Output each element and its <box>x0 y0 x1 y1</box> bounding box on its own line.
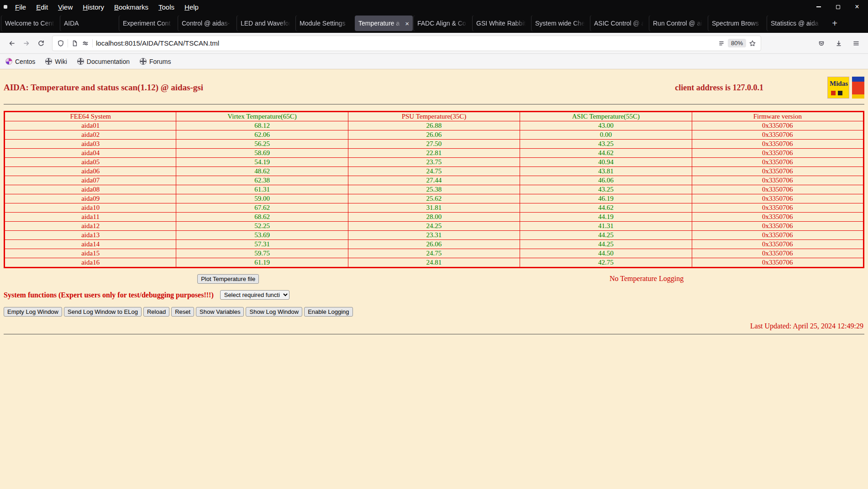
bookmark-label: Documentation <box>87 58 130 65</box>
firmware-cell: 0x3350706 <box>692 176 863 185</box>
tab-label: System wide Che <box>535 20 586 27</box>
column-header: PSU Temperature(35C) <box>348 112 520 121</box>
virtex-temp-cell: 52.25 <box>176 222 348 231</box>
psu-temp-cell: 24.81 <box>348 258 520 268</box>
menu-bar: FileEditViewHistoryBookmarksToolsHelp × <box>0 0 868 14</box>
browser-tab[interactable]: Temperature a × <box>355 16 413 31</box>
fee64-name-cell: aida01 <box>5 121 176 130</box>
table-row: aida13 53.69 23.31 44.25 0x3350706 <box>5 231 864 240</box>
plot-temperature-button[interactable]: Plot Temperature file <box>197 274 259 284</box>
asic-temp-cell: 0.00 <box>520 130 692 140</box>
psu-temp-cell: 22.81 <box>348 149 520 158</box>
firmware-cell: 0x3350706 <box>692 121 863 130</box>
downloads-button[interactable] <box>831 36 846 51</box>
table-row: aida05 54.19 23.75 40.94 0x3350706 <box>5 158 864 167</box>
psu-temp-cell: 24.75 <box>348 167 520 176</box>
psu-temp-cell: 27.50 <box>348 140 520 149</box>
browser-tab[interactable]: Run Control @ ai × <box>649 16 707 31</box>
secondary-logo-strip <box>852 94 864 99</box>
bookmark-item[interactable]: Centos <box>5 58 35 65</box>
bookmark-label: Forums <box>149 58 171 65</box>
minimize-button[interactable] <box>815 3 822 10</box>
bookmark-item[interactable]: Documentation <box>77 58 130 65</box>
pocket-button[interactable] <box>814 36 829 51</box>
bookmark-favicon <box>45 58 52 65</box>
firmware-cell: 0x3350706 <box>692 213 863 222</box>
action-button[interactable]: Empty Log Window <box>4 307 62 317</box>
asic-temp-cell: 44.25 <box>520 240 692 249</box>
browser-tab[interactable]: LED and Wavefor × <box>237 16 295 31</box>
permissions-sliders-icon[interactable] <box>82 40 89 47</box>
forward-button[interactable] <box>19 36 34 51</box>
close-icon: × <box>855 3 859 11</box>
page-info-icon[interactable] <box>71 40 79 47</box>
maximize-button[interactable] <box>834 3 842 10</box>
browser-tab[interactable]: Control @ aidas- × <box>178 16 236 31</box>
browser-tab[interactable]: Experiment Cont × <box>119 16 177 31</box>
reload-button[interactable] <box>34 36 48 51</box>
forward-icon <box>23 40 30 47</box>
bookmark-star-icon[interactable] <box>749 40 756 47</box>
browser-tab[interactable]: Spectrum Brows × <box>708 16 766 31</box>
table-row: aida07 62.38 27.44 46.06 0x3350706 <box>5 176 864 185</box>
browser-tab[interactable]: FADC Align & Co × <box>414 16 472 31</box>
reader-mode-icon[interactable] <box>718 40 725 47</box>
browser-tab[interactable]: AIDA × <box>60 16 118 31</box>
system-function-select[interactable]: Select required function <box>220 290 289 300</box>
new-tab-button[interactable]: + <box>827 16 842 31</box>
action-button[interactable]: Reset <box>171 307 194 317</box>
menu-item[interactable]: View <box>53 1 78 13</box>
menu-item[interactable]: History <box>78 1 109 13</box>
fee64-name-cell: aida14 <box>5 240 176 249</box>
psu-temp-cell: 23.31 <box>348 231 520 240</box>
action-button[interactable]: Show Variables <box>196 307 244 317</box>
browser-tab[interactable]: System wide Che × <box>531 16 589 31</box>
tracking-protection-shield-icon[interactable] <box>57 40 64 47</box>
table-body: aida01 68.12 26.88 43.00 0x3350706 aida0… <box>5 121 864 268</box>
browser-tab[interactable]: Welcome to Cent × <box>1 16 59 31</box>
psu-temp-cell: 26.06 <box>348 130 520 140</box>
bookmark-item[interactable]: Wiki <box>45 58 67 65</box>
firmware-cell: 0x3350706 <box>692 140 863 149</box>
firmware-cell: 0x3350706 <box>692 194 863 203</box>
firmware-cell: 0x3350706 <box>692 158 863 167</box>
browser-tab[interactable]: ASIC Control @ a × <box>590 16 648 31</box>
firmware-cell: 0x3350706 <box>692 231 863 240</box>
zoom-level-badge[interactable]: 80% <box>728 39 746 47</box>
tab-close-icon[interactable]: × <box>405 20 409 27</box>
browser-tab[interactable]: GSI White Rabbit × <box>473 16 531 31</box>
browser-tab[interactable]: Module Settings × <box>296 16 354 31</box>
firmware-cell: 0x3350706 <box>692 149 863 158</box>
table-row: aida16 61.19 24.81 42.75 0x3350706 <box>5 258 864 268</box>
action-button[interactable]: Show Log Window <box>246 307 302 317</box>
tab-label: ASIC Control @ a <box>594 20 645 27</box>
menu-item[interactable]: Edit <box>31 1 53 13</box>
asic-temp-cell: 44.62 <box>520 149 692 158</box>
menu-item[interactable]: File <box>10 1 31 13</box>
firmware-cell: 0x3350706 <box>692 249 863 258</box>
url-bar[interactable]: localhost:8015/AIDA/TSCAN/TSCAN.tml 80% <box>52 36 761 51</box>
navigation-toolbar: localhost:8015/AIDA/TSCAN/TSCAN.tml 80% <box>0 33 868 54</box>
action-button[interactable]: Send Log Window to ELog <box>64 307 142 317</box>
firmware-cell: 0x3350706 <box>692 222 863 231</box>
url-text[interactable]: localhost:8015/AIDA/TSCAN/TSCAN.tml <box>96 39 718 47</box>
page-header: AIDA: Temperature and status scan(1.12) … <box>4 69 864 99</box>
fee64-name-cell: aida16 <box>5 258 176 268</box>
fee64-name-cell: aida02 <box>5 130 176 140</box>
menu-item[interactable]: Help <box>179 1 204 13</box>
client-address-text: client address is 127.0.0.1 <box>675 83 763 93</box>
psu-temp-cell: 25.62 <box>348 194 520 203</box>
asic-temp-cell: 46.19 <box>520 194 692 203</box>
bookmark-favicon <box>77 58 84 65</box>
action-button[interactable]: Enable Logging <box>304 307 352 317</box>
browser-tab[interactable]: Statistics @ aida × <box>767 16 825 31</box>
menu-item[interactable]: Tools <box>153 1 179 13</box>
app-menu-button[interactable] <box>849 36 863 51</box>
fee64-name-cell: aida15 <box>5 249 176 258</box>
back-button[interactable] <box>5 36 19 51</box>
close-button[interactable]: × <box>853 3 861 10</box>
bookmark-item[interactable]: Forums <box>140 58 171 65</box>
action-button[interactable]: Reload <box>143 307 169 317</box>
menu-item[interactable]: Bookmarks <box>109 1 153 13</box>
asic-temp-cell: 43.25 <box>520 140 692 149</box>
